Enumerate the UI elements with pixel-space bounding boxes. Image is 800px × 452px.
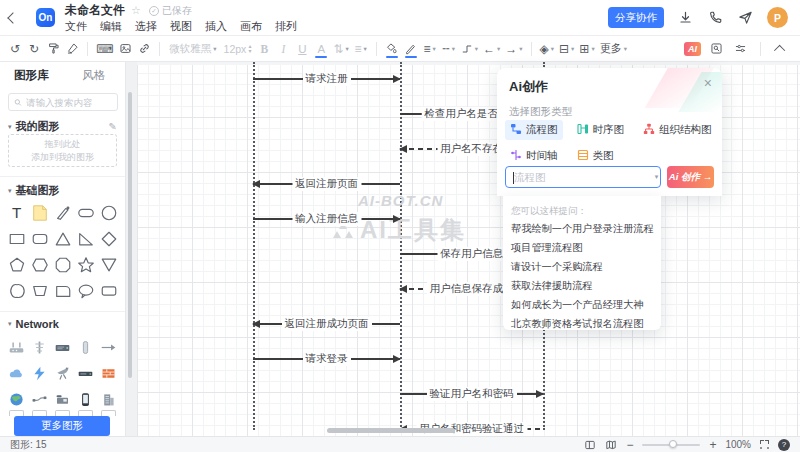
send-icon[interactable]	[737, 9, 754, 26]
globe-shape[interactable]	[5, 386, 28, 412]
menu-item[interactable]: 画布	[240, 19, 262, 34]
rounded-rectangle-shape[interactable]	[28, 226, 51, 252]
more-tools-button[interactable]: 更多▾	[598, 39, 629, 59]
zoom-slider-handle[interactable]	[669, 440, 677, 448]
inverted-triangle-shape[interactable]	[97, 252, 120, 278]
hexagon-shape[interactable]	[28, 252, 51, 278]
trapezoid-shape[interactable]	[28, 278, 51, 304]
redo-button[interactable]: ↻	[25, 39, 43, 59]
zoom-slider[interactable]	[642, 444, 700, 446]
suggestion-item[interactable]: 获取法律援助流程	[511, 276, 653, 295]
connector-style-button[interactable]: ▾	[459, 39, 480, 59]
italic-button[interactable]: I	[274, 39, 292, 59]
align-objects-button[interactable]: ⊟▾	[557, 39, 576, 59]
font-family-select[interactable]: 微软雅黑▾	[166, 42, 219, 56]
ai-prompt-input[interactable]	[506, 171, 653, 183]
help-icon[interactable]: ?	[778, 439, 790, 451]
ai-type-org-chart[interactable]: 组织结构图	[638, 120, 717, 140]
lifeline[interactable]	[400, 62, 402, 430]
favorite-star-icon[interactable]: ☆	[131, 4, 141, 17]
suggestion-item[interactable]: 请设计一个采购流程	[511, 257, 653, 276]
insert-image-icon[interactable]	[116, 39, 134, 59]
menu-item[interactable]: 选择	[135, 19, 157, 34]
triangle-shape[interactable]	[51, 226, 74, 252]
zoom-out-button[interactable]: −	[626, 440, 633, 450]
basic-shapes-header[interactable]: ▾ 基础图形	[8, 183, 117, 198]
line-height-button[interactable]: ⇅▾	[331, 39, 350, 59]
ai-prompt-field[interactable]: ▾	[505, 166, 661, 188]
settings-sliders-icon[interactable]	[731, 39, 749, 59]
antenna-tower-shape[interactable]	[28, 334, 51, 360]
speech-bubble-shape[interactable]	[74, 278, 97, 304]
lifeline[interactable]	[253, 62, 255, 430]
tab-shape-library[interactable]: 图形库	[0, 68, 63, 83]
keyboard-icon[interactable]: ⌨	[94, 39, 115, 59]
shape-search-box[interactable]	[8, 93, 118, 111]
column-shape[interactable]	[74, 334, 97, 360]
ai-type-timeline[interactable]: 时间轴	[505, 146, 563, 166]
server-shape[interactable]	[51, 334, 74, 360]
font-size-stepper[interactable]: ▴▾	[248, 44, 251, 54]
page-panel-icon[interactable]	[584, 439, 596, 451]
back-button[interactable]	[0, 0, 26, 36]
rounded-square-shape[interactable]	[51, 278, 74, 304]
fax-machine-shape[interactable]	[51, 386, 74, 412]
app-logo[interactable]: On	[36, 8, 55, 27]
right-triangle-shape[interactable]	[74, 226, 97, 252]
arrow-shape[interactable]	[97, 334, 120, 360]
underline-button[interactable]: U	[293, 39, 311, 59]
rounded-rectangle-small-shape[interactable]	[97, 278, 120, 304]
share-collab-button[interactable]: 分享协作	[608, 7, 664, 28]
line-dash-button[interactable]: ╌▾	[440, 39, 458, 59]
sticky-note-shape[interactable]	[28, 200, 51, 226]
star-shape[interactable]	[74, 252, 97, 278]
cloud-shape[interactable]	[5, 360, 28, 386]
edit-pencil-icon[interactable]: ✎	[109, 121, 117, 132]
close-icon[interactable]: ×	[704, 75, 712, 91]
my-shapes-dropzone[interactable]: 拖到此处 添加到我的图形	[8, 134, 117, 167]
suggestion-item[interactable]: 帮我绘制一个用户登录注册流程	[511, 219, 653, 238]
octagon-shape[interactable]	[51, 252, 74, 278]
menu-item[interactable]: 视图	[170, 19, 192, 34]
my-shapes-header[interactable]: ▾ 我的图形 ✎	[8, 119, 117, 134]
clear-format-icon[interactable]	[63, 39, 81, 59]
lightning-shape[interactable]	[28, 360, 51, 386]
phone-icon[interactable]	[707, 9, 724, 26]
blob-shape[interactable]	[5, 278, 28, 304]
pill-shape[interactable]	[74, 200, 97, 226]
rack-server-shape[interactable]	[74, 360, 97, 386]
avatar[interactable]: P	[767, 7, 788, 28]
vertical-scrollbar[interactable]	[128, 92, 132, 378]
zoom-in-button[interactable]: +	[709, 440, 716, 450]
wireless-router-shape[interactable]	[5, 334, 28, 360]
fullscreen-icon[interactable]	[760, 440, 769, 449]
suggestion-item[interactable]: 项目管理流程图	[511, 238, 653, 257]
ai-type-flowchart[interactable]: 流程图	[505, 120, 563, 140]
firewall-shape[interactable]	[97, 360, 120, 386]
more-shapes-button[interactable]: 更多图形	[14, 416, 110, 436]
office-building-shape[interactable]	[97, 386, 120, 412]
undo-button[interactable]: ↺	[6, 39, 24, 59]
menu-item[interactable]: 排列	[275, 19, 297, 34]
chevron-down-icon[interactable]: ▾	[653, 173, 660, 181]
bold-button[interactable]: B	[255, 39, 273, 59]
insert-table-button[interactable]: ⊞▾	[577, 39, 596, 59]
line-width-button[interactable]: ≡▾	[421, 39, 439, 59]
network-shapes-header[interactable]: ▾ Network	[8, 318, 117, 330]
insert-link-icon[interactable]	[135, 39, 153, 59]
font-size-select[interactable]: 12px▴▾	[221, 43, 255, 55]
rectangle-shape[interactable]	[5, 226, 28, 252]
pen-shape[interactable]	[51, 200, 74, 226]
minimap-icon[interactable]	[605, 439, 617, 451]
download-icon[interactable]	[677, 9, 694, 26]
diamond-shape[interactable]	[97, 226, 120, 252]
tab-style[interactable]: 风格	[63, 68, 126, 83]
cable-shape[interactable]	[28, 386, 51, 412]
arrow-end-button[interactable]: →▾	[503, 39, 524, 59]
collapse-toolbar-button[interactable]	[772, 39, 790, 59]
arrow-start-button[interactable]: ←▾	[481, 39, 502, 59]
ai-type-class-diagram[interactable]: 类图	[572, 146, 619, 166]
shape-search-input[interactable]	[26, 97, 112, 108]
line-color-button[interactable]	[402, 39, 420, 59]
format-painter-icon[interactable]	[44, 39, 62, 59]
